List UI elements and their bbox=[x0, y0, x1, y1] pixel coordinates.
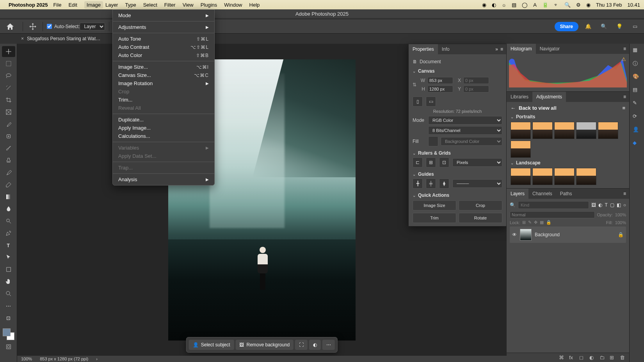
doc-dimensions[interactable]: 853 px x 1280 px (72 ppi) bbox=[40, 357, 88, 361]
tab-info[interactable]: Info bbox=[438, 44, 454, 54]
fill-select[interactable]: Background Color bbox=[441, 137, 502, 146]
lock-icon[interactable]: ✎ bbox=[528, 220, 532, 225]
filter-icon[interactable]: ▢ bbox=[610, 202, 614, 208]
qa-rotate[interactable]: Rotate bbox=[459, 213, 502, 223]
y-input[interactable] bbox=[463, 86, 489, 93]
ruler-icon[interactable]: ⊏ bbox=[413, 157, 423, 168]
preset-thumb[interactable] bbox=[576, 122, 596, 139]
panel-icon[interactable]: ⟳ bbox=[633, 113, 641, 122]
panel-icon[interactable]: ▦ bbox=[633, 47, 641, 55]
lock-icon[interactable]: ▦ bbox=[540, 220, 544, 225]
new-layer-icon[interactable]: ⊞ bbox=[610, 355, 616, 361]
transform-icon[interactable]: ⛶ bbox=[295, 340, 308, 350]
pen-tool[interactable] bbox=[2, 228, 15, 239]
frame-tool[interactable] bbox=[2, 107, 15, 118]
auto-select-input[interactable] bbox=[47, 24, 52, 29]
marquee-tool[interactable] bbox=[2, 58, 15, 69]
menu-file[interactable]: File bbox=[53, 2, 61, 8]
menu-item-adjustments[interactable]: Adjustments▶ bbox=[113, 23, 214, 31]
search-icon[interactable]: 🔍 bbox=[600, 22, 608, 31]
panel-icon[interactable]: ◆ bbox=[633, 140, 641, 148]
menu-item-image-rotation[interactable]: Image Rotation▶ bbox=[113, 79, 214, 87]
color-swatches[interactable] bbox=[3, 328, 14, 340]
guide-style-select[interactable]: ──── bbox=[452, 179, 502, 188]
preset-thumb[interactable] bbox=[532, 168, 553, 185]
crop-tool[interactable] bbox=[2, 95, 15, 105]
menu-item-apply-image[interactable]: Apply Image... bbox=[113, 124, 214, 132]
shape-tool[interactable] bbox=[2, 264, 15, 275]
x-input[interactable] bbox=[463, 77, 489, 84]
status-icon[interactable]: ☼ bbox=[502, 2, 506, 8]
status-icon[interactable]: ◐ bbox=[492, 2, 496, 8]
link-layers-icon[interactable]: ⌘ bbox=[559, 355, 565, 361]
tab-libraries[interactable]: Libraries bbox=[507, 92, 532, 102]
edit-toolbar[interactable]: ⊡ bbox=[2, 312, 15, 323]
zoom-tool[interactable] bbox=[2, 288, 15, 299]
panel-icon[interactable]: ▤ bbox=[633, 87, 641, 95]
select-subject-button[interactable]: 👤Select subject bbox=[189, 340, 234, 350]
tab-histogram[interactable]: Histogram bbox=[507, 44, 536, 54]
status-icon[interactable]: ◯ bbox=[522, 2, 528, 8]
status-icon[interactable]: A bbox=[533, 2, 537, 8]
panel-icon[interactable]: ✎ bbox=[633, 100, 641, 109]
heal-tool[interactable] bbox=[2, 131, 15, 142]
chevron-right-icon[interactable]: › bbox=[96, 357, 98, 361]
wand-tool[interactable] bbox=[2, 82, 15, 93]
menu-edit[interactable]: Edit bbox=[68, 2, 77, 8]
panel-menu-icon[interactable]: ≡ bbox=[623, 94, 626, 100]
section-quick-actions[interactable]: Quick Actions bbox=[413, 193, 502, 198]
filter-icon[interactable]: ◧ bbox=[617, 202, 621, 208]
fx-icon[interactable]: fx bbox=[569, 355, 575, 361]
mac-menubar[interactable]: Photoshop 2025 File Edit Image Layer Typ… bbox=[0, 0, 644, 9]
menu-item-trim[interactable]: Trim... bbox=[113, 96, 214, 104]
close-icon[interactable]: × bbox=[21, 36, 24, 41]
battery-icon[interactable]: 🔋 bbox=[542, 2, 548, 8]
menu-item-auto-tone[interactable]: Auto Tone⇧⌘L bbox=[113, 35, 214, 43]
stamp-tool[interactable] bbox=[2, 155, 15, 166]
mask-icon[interactable]: ◻ bbox=[579, 355, 585, 361]
lock-icon[interactable]: ✥ bbox=[534, 220, 537, 225]
preset-thumb[interactable] bbox=[598, 122, 618, 139]
adj-group-landscape[interactable]: Landscape bbox=[511, 160, 625, 166]
menu-item-mode[interactable]: Mode▶ bbox=[113, 11, 214, 20]
layer-row-background[interactable]: 👁 Background 🔒 bbox=[510, 226, 626, 243]
pixel-grid-icon[interactable]: ⊡ bbox=[439, 157, 449, 168]
filter-toggle[interactable]: ○ bbox=[623, 202, 626, 208]
lock-icon[interactable]: 🔒 bbox=[546, 220, 551, 225]
section-guides[interactable]: Guides bbox=[413, 171, 502, 177]
panel-icon[interactable]: 👤 bbox=[633, 127, 641, 135]
workspace-icon[interactable]: ▭ bbox=[631, 22, 639, 31]
menu-select[interactable]: Select bbox=[143, 2, 157, 8]
adjustments-back[interactable]: ←Back to view all≡ bbox=[511, 105, 625, 111]
guide-new-icon[interactable]: ⧫ bbox=[439, 178, 449, 189]
fill-value[interactable]: 100% bbox=[615, 220, 626, 225]
menu-item-auto-contrast[interactable]: Auto Contrast⌥⇧⌘L bbox=[113, 43, 214, 51]
lock-icon[interactable]: ⊞ bbox=[522, 220, 526, 225]
qa-image-size[interactable]: Image Size bbox=[413, 200, 456, 210]
visibility-icon[interactable]: 👁 bbox=[512, 232, 517, 237]
menu-item-image-size[interactable]: Image Size...⌥⌘I bbox=[113, 63, 214, 71]
panel-menu-icon[interactable]: ≡ bbox=[623, 191, 626, 196]
eraser-tool[interactable] bbox=[2, 179, 15, 190]
section-rulers[interactable]: Rulers & Grids bbox=[413, 150, 502, 156]
share-button[interactable]: Share bbox=[555, 22, 578, 31]
lasso-tool[interactable] bbox=[2, 70, 15, 81]
preset-thumb[interactable] bbox=[554, 168, 575, 185]
history-brush-tool[interactable] bbox=[2, 167, 15, 178]
preset-thumb[interactable] bbox=[511, 122, 531, 139]
auto-select-target[interactable]: Layer bbox=[80, 23, 105, 30]
layer-thumbnail[interactable] bbox=[520, 229, 532, 241]
menu-window[interactable]: Window bbox=[224, 2, 242, 8]
menu-plugins[interactable]: Plugins bbox=[201, 2, 217, 8]
fg-color[interactable] bbox=[3, 328, 11, 336]
tab-adjustments[interactable]: Adjustments bbox=[532, 92, 566, 102]
search-icon[interactable]: 🔍 bbox=[564, 2, 571, 8]
layer-name[interactable]: Background bbox=[535, 232, 560, 237]
auto-select-checkbox[interactable]: Auto-Select: bbox=[47, 24, 80, 29]
tab-layers[interactable]: Layers bbox=[507, 189, 528, 199]
brush-tool[interactable] bbox=[2, 143, 15, 154]
color-mode-select[interactable]: RGB Color bbox=[428, 116, 502, 125]
status-icon[interactable]: ◉ bbox=[482, 2, 486, 8]
panel-menu-icon[interactable]: ≡ bbox=[500, 46, 503, 52]
adjustment-layer-icon[interactable]: ◐ bbox=[589, 355, 596, 361]
